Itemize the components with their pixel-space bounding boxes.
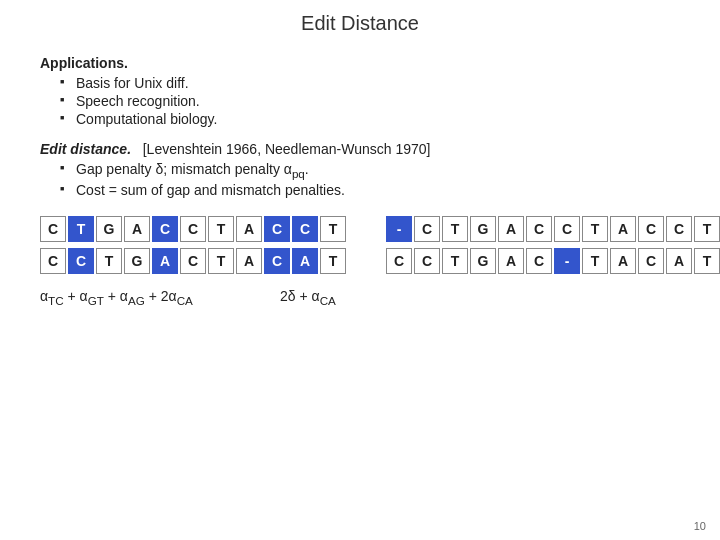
- applications-heading: Applications.: [40, 55, 680, 71]
- formula-right: 2δ + αCA: [280, 288, 480, 307]
- cell: T: [208, 216, 234, 242]
- cell: T: [208, 248, 234, 274]
- sequences-area: C T G A C C T A C C T C C T G: [40, 216, 680, 307]
- cell: C: [666, 216, 692, 242]
- edit-distance-section: Edit distance. [Levenshtein 1966, Needle…: [40, 141, 680, 198]
- cell: C: [414, 216, 440, 242]
- penalty-item-2: Cost = sum of gap and mismatch penalties…: [60, 182, 680, 198]
- cell: -: [554, 248, 580, 274]
- cell: C: [554, 216, 580, 242]
- cell: T: [694, 248, 720, 274]
- cell: A: [666, 248, 692, 274]
- cell: -: [386, 216, 412, 242]
- cell: A: [610, 216, 636, 242]
- right-seq-group: - C T G A C C T A C C T C C T: [386, 216, 720, 274]
- left-seq-row1: C T G A C C T A C C T: [40, 216, 346, 242]
- page-number: 10: [694, 520, 706, 532]
- cell: A: [498, 248, 524, 274]
- cell: C: [180, 248, 206, 274]
- applications-list: Basis for Unix diff. Speech recognition.…: [60, 75, 680, 127]
- list-item: Computational biology.: [60, 111, 680, 127]
- cell: C: [40, 248, 66, 274]
- cell: C: [386, 248, 412, 274]
- cell: A: [236, 216, 262, 242]
- cell: C: [526, 248, 552, 274]
- formula-left: αTC + αGT + αAG + 2αCA: [40, 288, 240, 307]
- page-title: Edit Distance: [40, 12, 680, 35]
- page-container: Edit Distance Applications. Basis for Un…: [0, 0, 720, 540]
- list-item: Speech recognition.: [60, 93, 680, 109]
- edit-distance-ref: [Levenshtein 1966, Needleman-Wunsch 1970…: [143, 141, 431, 157]
- cell: C: [180, 216, 206, 242]
- right-seq-row2: C C T G A C - T A C A T: [386, 248, 720, 274]
- cell: C: [264, 248, 290, 274]
- cell: A: [498, 216, 524, 242]
- list-item: Basis for Unix diff.: [60, 75, 680, 91]
- cell: T: [320, 248, 346, 274]
- cell: C: [40, 216, 66, 242]
- left-seq-row2: C C T G A C T A C A T: [40, 248, 346, 274]
- edit-distance-heading: Edit distance. [Levenshtein 1966, Needle…: [40, 141, 680, 157]
- cell: A: [152, 248, 178, 274]
- cell: C: [526, 216, 552, 242]
- penalty-list: Gap penalty δ; mismatch penalty αpq. Cos…: [60, 161, 680, 198]
- right-seq-row1: - C T G A C C T A C C T: [386, 216, 720, 242]
- cell: T: [442, 216, 468, 242]
- cell: T: [68, 216, 94, 242]
- cell: A: [124, 216, 150, 242]
- cell: A: [292, 248, 318, 274]
- cell: C: [638, 248, 664, 274]
- cell: A: [610, 248, 636, 274]
- cell: C: [414, 248, 440, 274]
- edit-distance-label: Edit distance.: [40, 141, 131, 157]
- left-seq-group: C T G A C C T A C C T C C T G: [40, 216, 346, 274]
- cell: C: [264, 216, 290, 242]
- cell: T: [694, 216, 720, 242]
- cell: G: [470, 248, 496, 274]
- cell: C: [292, 216, 318, 242]
- sequence-rows: C T G A C C T A C C T C C T G: [40, 216, 680, 274]
- cell: G: [124, 248, 150, 274]
- cell: G: [470, 216, 496, 242]
- cell: G: [96, 216, 122, 242]
- cell: T: [582, 216, 608, 242]
- formula-area: αTC + αGT + αAG + 2αCA 2δ + αCA: [40, 288, 680, 307]
- cell: A: [236, 248, 262, 274]
- cell: T: [96, 248, 122, 274]
- penalty-item-1: Gap penalty δ; mismatch penalty αpq.: [60, 161, 680, 180]
- cell: C: [638, 216, 664, 242]
- cell: C: [68, 248, 94, 274]
- cell: T: [582, 248, 608, 274]
- cell: T: [320, 216, 346, 242]
- cell: C: [152, 216, 178, 242]
- cell: T: [442, 248, 468, 274]
